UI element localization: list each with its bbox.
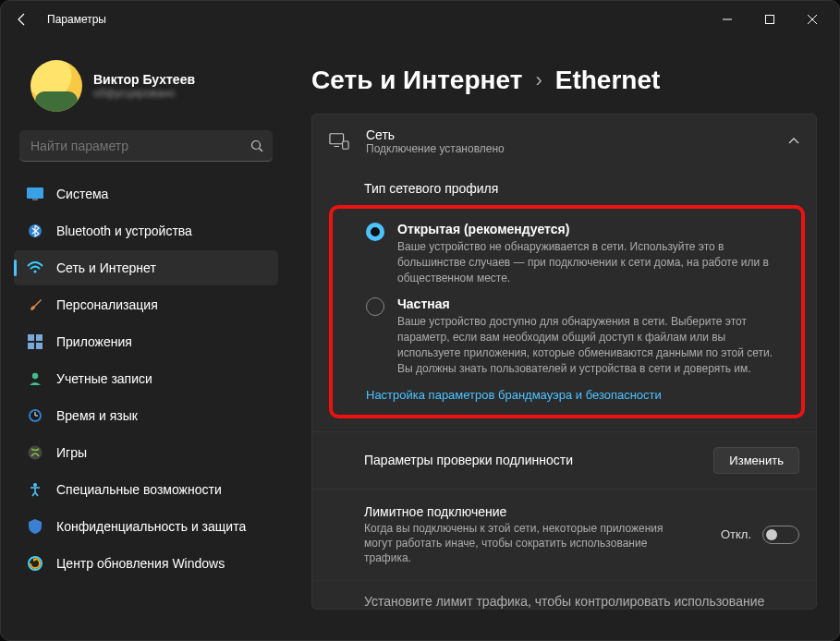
settings-window: Параметры Виктор Бухтеев обфусцировано (0, 0, 840, 641)
nav-windows-update[interactable]: Центр обновления Windows (14, 546, 278, 581)
main-panel: Сеть и Интернет › Ethernet Сеть Подключе… (287, 38, 839, 640)
nav-label: Bluetooth и устройства (56, 224, 192, 238)
search-input[interactable] (30, 139, 250, 153)
metered-row: Лимитное подключение Когда вы подключены… (312, 489, 816, 581)
svg-rect-23 (330, 134, 344, 144)
nav-label: Конфиденциальность и защита (56, 519, 246, 534)
xbox-icon (27, 444, 43, 461)
nav-accounts[interactable]: Учетные записи (14, 361, 278, 396)
search-icon (250, 139, 263, 152)
network-subtitle: Подключение установлено (366, 142, 505, 155)
nav-label: Центр обновления Windows (56, 556, 225, 571)
firewall-settings-link[interactable]: Настройка параметров брандмауэра и безоп… (366, 388, 786, 402)
breadcrumb-current: Ethernet (555, 66, 661, 95)
auth-row: Параметры проверки подлинности Изменить (312, 431, 816, 489)
data-limit-row: Установите лимит трафика, чтобы контроли… (312, 580, 816, 609)
svg-rect-12 (28, 343, 34, 349)
nav-label: Игры (56, 445, 87, 460)
breadcrumb: Сеть и Интернет › Ethernet (311, 66, 817, 95)
svg-point-14 (32, 373, 38, 379)
nav-label: Специальные возможности (56, 482, 222, 497)
nav-label: Учетные записи (56, 371, 152, 386)
radio-open-row[interactable]: Открытая (рекомендуется) Ваше устройство… (366, 222, 786, 285)
metered-title: Лимитное подключение (364, 504, 678, 519)
nav-personalization[interactable]: Персонализация (14, 287, 278, 322)
brush-icon (27, 296, 43, 313)
titlebar: Параметры (1, 1, 839, 38)
sidebar: Виктор Бухтеев обфусцировано Система Blu… (1, 38, 287, 640)
svg-point-4 (252, 140, 261, 149)
svg-line-5 (260, 148, 263, 151)
metered-desc: Когда вы подключены к этой сети, некотор… (364, 521, 678, 566)
radio-private-desc: Ваше устройство доступно для обнаружения… (397, 314, 786, 376)
monitor-network-icon (329, 131, 349, 151)
profile-email: обфусцировано (93, 87, 195, 100)
nav-gaming[interactable]: Игры (14, 435, 278, 470)
chevron-up-icon (788, 138, 799, 145)
svg-point-9 (33, 270, 36, 272)
nav-label: Персонализация (56, 297, 158, 312)
update-icon (27, 555, 43, 572)
profile-name: Виктор Бухтеев (93, 72, 195, 87)
network-title: Сеть (366, 127, 505, 142)
svg-rect-10 (28, 334, 34, 341)
nav-bluetooth[interactable]: Bluetooth и устройства (14, 213, 278, 248)
ethernet-card: Сеть Подключение установлено Тип сетевог… (311, 114, 817, 610)
svg-rect-7 (32, 199, 38, 200)
radio-open-desc: Ваше устройство не обнаруживается в сети… (397, 239, 786, 285)
nav-apps[interactable]: Приложения (14, 324, 278, 359)
svg-rect-6 (27, 187, 43, 199)
nav-label: Время и язык (56, 408, 138, 423)
shield-icon (27, 518, 43, 535)
maximize-button[interactable] (749, 5, 791, 34)
nav-label: Система (56, 187, 108, 201)
nav-label: Приложения (56, 334, 132, 349)
display-icon (27, 186, 43, 202)
radio-private[interactable] (366, 297, 384, 316)
nav-system[interactable]: Система (14, 176, 278, 212)
metered-toggle[interactable] (762, 526, 799, 544)
svg-rect-11 (36, 334, 43, 341)
nav-time-language[interactable]: Время и язык (14, 398, 278, 433)
breadcrumb-parent[interactable]: Сеть и Интернет (311, 66, 522, 95)
svg-point-19 (29, 446, 43, 460)
profile-type-highlight: Открытая (рекомендуется) Ваше устройство… (329, 205, 805, 418)
svg-rect-13 (36, 343, 43, 349)
radio-private-title: Частная (397, 296, 786, 311)
apps-icon (27, 333, 43, 350)
window-title: Параметры (47, 13, 106, 26)
nav-accessibility[interactable]: Специальные возможности (14, 472, 278, 507)
nav-network[interactable]: Сеть и Интернет (14, 250, 278, 285)
nav-label: Сеть и Интернет (56, 260, 156, 275)
back-button[interactable] (6, 4, 38, 35)
search-box[interactable] (19, 130, 273, 162)
chevron-right-icon: › (535, 68, 542, 92)
network-header[interactable]: Сеть Подключение установлено (312, 115, 816, 168)
bluetooth-icon (27, 223, 43, 239)
clock-globe-icon (27, 407, 43, 424)
avatar (30, 60, 82, 112)
toggle-state-label: Откл. (721, 527, 751, 541)
profile-type-heading: Тип сетевого профиля (312, 168, 816, 205)
radio-private-row[interactable]: Частная Ваше устройство доступно для обн… (366, 296, 786, 376)
nav-privacy[interactable]: Конфиденциальность и защита (14, 509, 278, 544)
change-button[interactable]: Изменить (713, 447, 799, 474)
profile-block[interactable]: Виктор Бухтеев обфусцировано (14, 38, 278, 130)
close-button[interactable] (791, 5, 834, 34)
minimize-button[interactable] (706, 5, 749, 34)
nav-list: Система Bluetooth и устройства Сеть и Ин… (14, 176, 278, 581)
radio-open[interactable] (366, 223, 384, 241)
radio-open-title: Открытая (рекомендуется) (397, 222, 786, 236)
svg-rect-1 (766, 16, 774, 24)
accessibility-icon (27, 481, 43, 498)
auth-title: Параметры проверки подлинности (364, 453, 573, 467)
svg-point-20 (33, 483, 37, 487)
wifi-icon (27, 260, 43, 276)
person-icon (27, 370, 43, 387)
svg-rect-25 (343, 141, 348, 149)
